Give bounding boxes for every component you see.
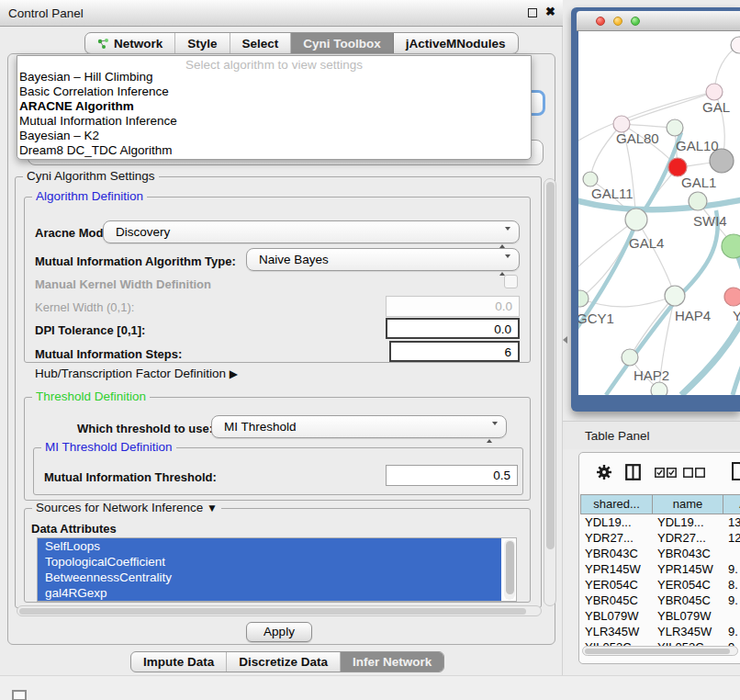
node-label: GAL11	[591, 186, 633, 201]
dropdown-item[interactable]: Bayesian – K2	[17, 129, 531, 143]
table-cell[interactable]: YDL19...	[653, 514, 723, 530]
column-header-name[interactable]: name	[653, 494, 723, 514]
close-traffic-light[interactable]	[596, 17, 605, 26]
select-all-checkboxes-icon[interactable]	[655, 468, 677, 478]
hub-definition-expander[interactable]: Hub/Transcription Factor Definition ▶	[35, 367, 238, 380]
table-cell[interactable]: YPR145W	[580, 561, 653, 577]
columns-icon[interactable]	[625, 464, 641, 480]
table-cell[interactable]: YLR345W	[653, 624, 723, 639]
table-cell[interactable]: YIL052C	[653, 639, 723, 646]
table-cell[interactable]: YBR045C	[653, 593, 723, 608]
node-label: GAL1	[681, 175, 716, 190]
column-header-partial[interactable]: A	[723, 494, 740, 514]
settings-horizontal-scrollbar[interactable]	[17, 605, 542, 616]
tab-infer-network[interactable]: Infer Network	[341, 652, 443, 672]
network-node-swi4[interactable]	[722, 234, 740, 258]
network-node[interactable]	[689, 192, 707, 210]
list-item[interactable]: TopologicalCoefficient	[38, 554, 501, 570]
list-item[interactable]: BetweennessCentrality	[38, 570, 501, 585]
table-cell[interactable]: YIL052C	[580, 639, 653, 646]
table-cell[interactable]: YDR27...	[580, 530, 653, 546]
float-window-icon[interactable]	[528, 8, 537, 17]
zoom-traffic-light[interactable]	[631, 17, 640, 26]
gear-icon[interactable]	[596, 464, 612, 480]
network-node-gal-tr[interactable]	[706, 84, 723, 100]
table-cell[interactable]: 9.	[723, 593, 740, 608]
table-cell[interactable]: 9.	[723, 624, 740, 639]
tab-cyni-toolbox[interactable]: Cyni Toolbox	[291, 33, 394, 53]
table-cell[interactable]: YPR145W	[653, 561, 723, 577]
settings-group-title: Cyni Algorithm Settings	[23, 169, 159, 183]
tab-discretize-data[interactable]: Discretize Data	[227, 652, 341, 672]
data-attributes-label: Data Attributes	[31, 522, 117, 536]
network-node-gal10[interactable]	[667, 119, 683, 136]
apply-button[interactable]: Apply	[246, 622, 312, 642]
column-header-shared-name[interactable]: shared...	[580, 494, 653, 514]
table-cell[interactable]: YBL079W	[580, 608, 653, 624]
table-cell[interactable]: YDR27...	[653, 530, 723, 546]
network-node-gal1[interactable]	[668, 158, 687, 176]
dropdown-item[interactable]: Dream8 DC_TDC Algorithm	[17, 143, 531, 158]
tab-impute-data[interactable]: Impute Data	[131, 652, 227, 672]
attributes-scrollbar[interactable]	[504, 539, 515, 600]
mi-type-combobox[interactable]: Naive Bayes	[246, 248, 520, 271]
table-toolbar	[579, 453, 740, 491]
dpi-tolerance-field[interactable]: 0.0	[386, 318, 520, 339]
control-panel-titlebar: Control Panel ✖	[0, 0, 563, 27]
aracne-mode-combobox[interactable]: Discovery	[103, 220, 520, 243]
split-pane-grip[interactable]	[563, 336, 567, 344]
tab-jactivemnodules[interactable]: jActiveMNodules	[394, 33, 518, 53]
node-label: GAL10	[676, 138, 719, 153]
dropdown-item[interactable]: Mutual Information Inference	[17, 114, 531, 129]
which-threshold-combobox[interactable]: MI Threshold	[211, 415, 507, 438]
table-cell[interactable]: 12	[723, 530, 740, 546]
list-item[interactable]: SelfLoops	[38, 538, 501, 554]
network-canvas[interactable]: GAL GAL80 GAL10 GAL1 GAL11 SWI4 GAL4 GCY…	[578, 31, 740, 395]
table-cell[interactable]: YDL19...	[580, 514, 653, 530]
sources-group-title[interactable]: Sources for Network Inference ▼	[32, 501, 221, 514]
table-cell[interactable]: YER054C	[580, 577, 653, 593]
dropdown-item-selected[interactable]: ARACNE Algorithm	[17, 99, 531, 114]
tab-select[interactable]: Select	[230, 33, 292, 53]
table-cell[interactable]: 9.	[723, 639, 740, 646]
mi-steps-field[interactable]: 6	[389, 341, 520, 362]
table-cell[interactable]: 8.	[723, 577, 740, 593]
table-cell[interactable]	[723, 608, 740, 624]
network-window-titlebar	[577, 11, 740, 31]
table-horizontal-scrollbar[interactable]	[582, 646, 738, 656]
close-icon[interactable]: ✖	[545, 5, 555, 18]
network-node-gal4[interactable]	[625, 209, 647, 231]
list-item[interactable]: gal4RGexp	[38, 585, 501, 601]
table-cell[interactable]: YBR045C	[580, 593, 653, 608]
table-panel-titlebar: Table Panel	[563, 421, 740, 449]
kernel-width-field[interactable]: 0.0	[386, 296, 520, 317]
mi-threshold-field[interactable]: 0.5	[386, 465, 518, 486]
dropdown-item[interactable]: Bayesian – Hill Climbing	[17, 70, 531, 85]
manual-kernel-checkbox[interactable]	[504, 275, 518, 288]
table-cell[interactable]: 9.	[723, 561, 740, 577]
tab-network[interactable]: Network	[85, 33, 175, 53]
network-node-hap4[interactable]	[665, 286, 685, 306]
deselect-all-checkboxes-icon[interactable]	[683, 468, 705, 478]
dropdown-item[interactable]: Basic Correlation Inference	[17, 85, 531, 99]
file-icon[interactable]	[732, 462, 740, 480]
network-node-y[interactable]	[724, 288, 740, 306]
network-node-hap2[interactable]	[622, 349, 638, 366]
data-attributes-list: SelfLoops TopologicalCoefficient Between…	[37, 537, 517, 602]
network-node[interactable]	[651, 382, 667, 395]
tab-style[interactable]: Style	[175, 33, 230, 53]
mi-type-value: Naive Bayes	[259, 253, 329, 266]
table-cell[interactable]: YBL079W	[653, 608, 723, 624]
algorithm-dropdown-popup: Select algorithm to view settings Bayesi…	[17, 55, 532, 160]
settings-vertical-scrollbar[interactable]	[544, 178, 556, 606]
table-cell[interactable]: 13	[723, 514, 740, 530]
aracne-mode-value: Discovery	[116, 225, 170, 239]
network-node-gal11[interactable]	[583, 172, 598, 186]
table-cell[interactable]: YBR043C	[580, 546, 653, 561]
minimized-panel-icon[interactable]	[12, 690, 27, 700]
minimize-traffic-light[interactable]	[613, 17, 622, 26]
table-cell[interactable]	[723, 546, 740, 561]
table-cell[interactable]: YBR043C	[653, 546, 723, 561]
table-cell[interactable]: YLR345W	[580, 624, 653, 639]
table-cell[interactable]: YER054C	[653, 577, 723, 593]
